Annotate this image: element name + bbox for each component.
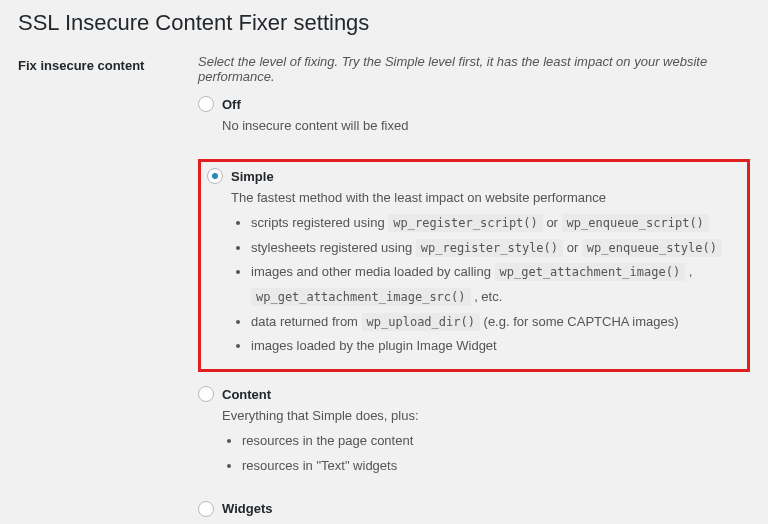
code: wp_register_style() xyxy=(416,239,563,257)
radio-widgets[interactable] xyxy=(198,501,214,517)
option-widgets-head[interactable]: Widgets xyxy=(198,501,750,517)
option-widgets-label: Widgets xyxy=(222,501,272,516)
list-item: resources in "Text" widgets xyxy=(242,454,750,479)
list-item: stylesheets registered using wp_register… xyxy=(251,236,739,261)
text: images and other media loaded by calling xyxy=(251,264,495,279)
option-content-label: Content xyxy=(222,387,271,402)
radio-simple[interactable] xyxy=(207,168,223,184)
option-content: Content Everything that Simple does, plu… xyxy=(198,384,750,484)
option-simple-list: scripts registered using wp_register_scr… xyxy=(251,211,739,359)
text: , etc. xyxy=(471,289,503,304)
option-simple-head[interactable]: Simple xyxy=(207,168,739,184)
code: wp_register_script() xyxy=(388,214,543,232)
section-label: Fix insecure content xyxy=(18,54,198,524)
radio-off[interactable] xyxy=(198,96,214,112)
text: , xyxy=(685,264,692,279)
code: wp_enqueue_script() xyxy=(562,214,709,232)
option-widgets: Widgets Everything that Content does, pl… xyxy=(198,499,750,525)
option-off-desc: No insecure content will be fixed xyxy=(222,118,750,133)
option-off-head[interactable]: Off xyxy=(198,96,750,112)
option-simple-desc: The fastest method with the least impact… xyxy=(231,190,739,205)
page-title: SSL Insecure Content Fixer settings xyxy=(18,10,750,36)
options-wrapper: Select the level of fixing. Try the Simp… xyxy=(198,54,750,524)
option-content-list: resources in the page content resources … xyxy=(242,429,750,478)
intro-text: Select the level of fixing. Try the Simp… xyxy=(198,54,750,84)
code: wp_get_attachment_image() xyxy=(495,263,686,281)
list-item: scripts registered using wp_register_scr… xyxy=(251,211,739,236)
list-item: images loaded by the plugin Image Widget xyxy=(251,334,739,359)
option-off-label: Off xyxy=(222,97,241,112)
text: or xyxy=(543,215,562,230)
code: wp_enqueue_style() xyxy=(582,239,722,257)
list-item: images and other media loaded by calling… xyxy=(251,260,739,309)
text: data returned from xyxy=(251,314,362,329)
text: (e.g. for some CAPTCHA images) xyxy=(480,314,679,329)
text: or xyxy=(563,240,582,255)
radio-content[interactable] xyxy=(198,386,214,402)
code: wp_upload_dir() xyxy=(362,313,480,331)
text: scripts registered using xyxy=(251,215,388,230)
text: stylesheets registered using xyxy=(251,240,416,255)
option-off: Off No insecure content will be fixed xyxy=(198,94,750,145)
option-simple: Simple The fastest method with the least… xyxy=(198,159,750,372)
option-simple-label: Simple xyxy=(231,169,274,184)
list-item: resources in the page content xyxy=(242,429,750,454)
option-content-head[interactable]: Content xyxy=(198,386,750,402)
code: wp_get_attachment_image_src() xyxy=(251,288,471,306)
option-content-desc: Everything that Simple does, plus: xyxy=(222,408,750,423)
settings-form: Fix insecure content Select the level of… xyxy=(18,54,750,524)
list-item: data returned from wp_upload_dir() (e.g.… xyxy=(251,310,739,335)
